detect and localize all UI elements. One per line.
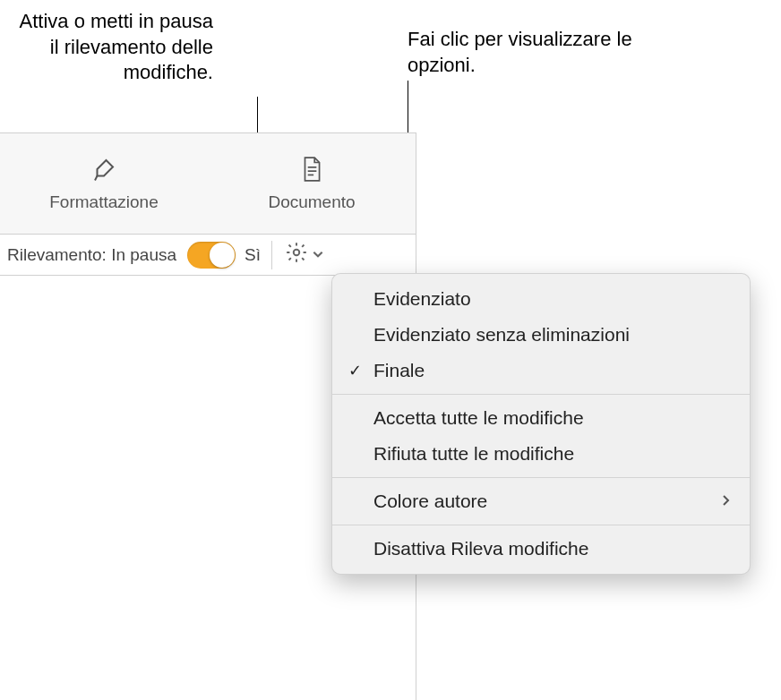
- menu-item-label: Finale: [373, 360, 425, 381]
- toggle-knob: [210, 243, 235, 268]
- separator: [271, 241, 272, 269]
- tracking-on-label: Sì: [245, 245, 261, 265]
- menu-separator: [332, 394, 750, 395]
- callout-options: Fai clic per visualizzare le opzioni.: [408, 27, 676, 78]
- svg-point-3: [294, 250, 300, 256]
- tracking-toggle[interactable]: [187, 242, 236, 269]
- options-menu: Evidenziato Evidenziato senza eliminazio…: [331, 273, 751, 575]
- menu-item-label: Accetta tutte le modifiche: [373, 407, 584, 429]
- menu-item-label: Colore autore: [373, 491, 487, 512]
- tracking-bar: Rilevamento: In pausa Sì: [0, 235, 416, 276]
- paintbrush-icon: [90, 156, 117, 187]
- menu-item-label: Disattiva Rileva modifiche: [373, 538, 588, 559]
- tracking-status-label: Rilevamento: In pausa: [7, 245, 176, 265]
- menu-item-label: Evidenziato senza eliminazioni: [373, 324, 630, 346]
- menu-item-label: Rifiuta tutte le modifiche: [373, 443, 574, 465]
- format-label: Formattazione: [49, 192, 158, 212]
- options-dropdown[interactable]: [285, 241, 324, 269]
- menu-item-final[interactable]: ✓ Finale: [332, 353, 750, 388]
- menu-item-accept-all[interactable]: Accetta tutte le modifiche: [332, 400, 750, 436]
- checkmark-icon: ✓: [348, 361, 362, 380]
- menu-separator: [332, 525, 750, 525]
- menu-item-highlighted-no-deletions[interactable]: Evidenziato senza eliminazioni: [332, 317, 750, 353]
- format-button[interactable]: Formattazione: [0, 133, 208, 234]
- toolbar: Formattazione Documento: [0, 133, 416, 235]
- menu-separator: [332, 477, 750, 478]
- document-icon: [300, 156, 323, 187]
- menu-item-author-color[interactable]: Colore autore: [332, 483, 750, 519]
- menu-item-label: Evidenziato: [373, 288, 471, 310]
- callout-toggle-tracking: Attiva o metti in pausa il rilevamento d…: [7, 9, 213, 86]
- chevron-right-icon: [721, 492, 730, 511]
- gear-icon: [285, 241, 308, 269]
- document-label: Documento: [268, 192, 355, 212]
- chevron-down-icon: [312, 245, 324, 265]
- document-button[interactable]: Documento: [208, 133, 416, 234]
- menu-item-highlighted[interactable]: Evidenziato: [332, 281, 750, 317]
- menu-item-turn-off-tracking[interactable]: Disattiva Rileva modifiche: [332, 531, 750, 567]
- menu-item-reject-all[interactable]: Rifiuta tutte le modifiche: [332, 436, 750, 472]
